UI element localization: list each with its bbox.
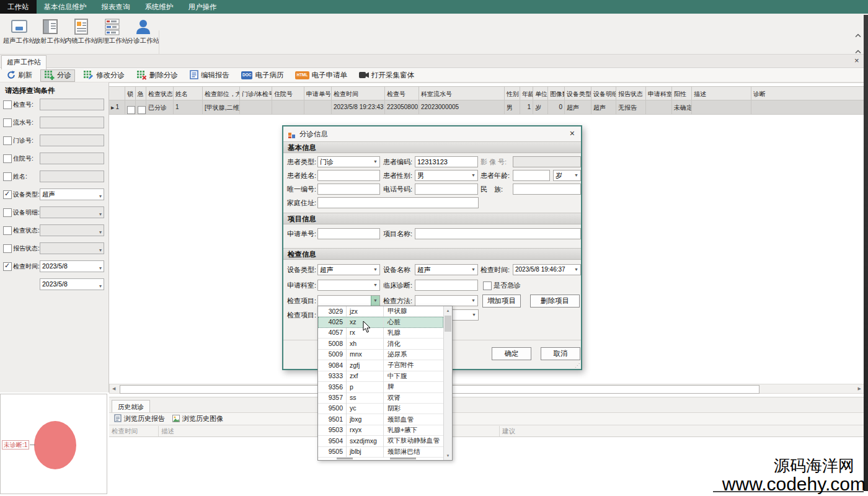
triage-button[interactable]: 分诊: [40, 69, 75, 82]
checkbox[interactable]: [3, 190, 12, 199]
column-header[interactable]: 急: [136, 86, 146, 100]
column-header[interactable]: [109, 86, 125, 100]
device-type-select[interactable]: 超声▼: [317, 264, 380, 275]
browse-history-report-button[interactable]: 浏览历史报告: [114, 414, 165, 423]
exam-item-option[interactable]: 9084zgfj子宫附件: [318, 360, 443, 371]
browse-history-image-button[interactable]: 浏览历史图像: [172, 414, 223, 423]
open-capture-button[interactable]: 打开采集窗体: [355, 70, 418, 81]
dropdown-scrollbar[interactable]: ▲ ▼: [443, 306, 452, 460]
horizontal-scrollbar[interactable]: ◀ ▶: [109, 384, 864, 394]
exam-item-option[interactable]: 4025xz心脏: [318, 317, 443, 327]
column-header[interactable]: 诊断: [751, 86, 864, 100]
scroll-down-icon[interactable]: ▼: [444, 454, 452, 458]
column-header[interactable]: 检查部位，方法: [203, 86, 240, 100]
checkbox[interactable]: [3, 118, 12, 127]
grid-row[interactable]: ▶1 已分诊 1 [甲状腺,二维] 2023/5/8 19:23:43 2230…: [109, 100, 864, 115]
age-unit-select[interactable]: 岁▼: [553, 170, 581, 181]
column-header[interactable]: 科室流水号: [419, 86, 505, 100]
exam-date-from-select[interactable]: 2023/5/8: [40, 260, 104, 272]
ethnic-input[interactable]: [513, 184, 581, 195]
tab-history-visits[interactable]: 历史就诊: [112, 400, 150, 413]
column-header[interactable]: 检查时间: [332, 86, 385, 100]
device-detail-select[interactable]: [40, 206, 104, 218]
exam-time-select[interactable]: 2023/5/8 19:46:37▼: [513, 264, 581, 275]
radiology-workstation-button[interactable]: 放射工作站: [33, 16, 67, 52]
serial-no-input[interactable]: [40, 117, 104, 128]
column-header[interactable]: 门诊/体检号: [240, 86, 272, 100]
checkbox[interactable]: [3, 136, 12, 145]
tab-ultrasound-workstation[interactable]: 超声工作站: [1, 55, 46, 69]
exam-item-option[interactable]: 9505jblbj颈部淋巴结: [318, 447, 443, 458]
phone-input[interactable]: [415, 184, 478, 195]
exam-item-option[interactable]: 9356p脾: [318, 382, 443, 392]
menu-system-maintenance[interactable]: 系统维护: [138, 0, 181, 14]
patient-name-input[interactable]: [317, 170, 380, 181]
exam-method-select[interactable]: ▼: [415, 295, 478, 306]
scrollbar-thumb[interactable]: [445, 316, 451, 332]
cancel-button[interactable]: 取消: [541, 347, 580, 360]
outpatient-no-input[interactable]: [40, 135, 104, 146]
delete-triage-button[interactable]: 删除分诊: [133, 69, 182, 82]
name-input[interactable]: [40, 170, 104, 182]
exam-item-option[interactable]: 9503rxyx乳腺+腋下: [318, 425, 443, 436]
checkbox[interactable]: [3, 226, 12, 235]
column-header[interactable]: 检查状态: [146, 86, 174, 100]
resize-grip[interactable]: ⋰: [575, 363, 580, 368]
ultrasound-workstation-button[interactable]: 超声工作站: [2, 16, 36, 52]
remove-item-button[interactable]: 删除项目: [530, 294, 580, 308]
close-icon[interactable]: ×: [854, 56, 859, 65]
close-icon[interactable]: ×: [570, 128, 575, 138]
column-header[interactable]: 性别: [505, 86, 520, 100]
unique-no-input[interactable]: [317, 184, 380, 195]
exam-date-to-select[interactable]: 2023/5/8: [40, 278, 104, 290]
exam-item-option[interactable]: 9501jbxg颈部血管: [318, 414, 443, 425]
modify-triage-button[interactable]: 修改分诊: [79, 69, 128, 82]
column-header[interactable]: 设备类型: [565, 86, 591, 100]
address-input[interactable]: [317, 197, 479, 208]
column-header[interactable]: 设备明细: [591, 86, 616, 100]
column-header[interactable]: 单位: [533, 86, 548, 100]
exam-item-option[interactable]: 9504sxzdjmxg双下肢动静脉血管: [318, 436, 443, 446]
menu-basic-info[interactable]: 基本信息维护: [37, 0, 94, 14]
add-item-button[interactable]: 增加项目: [482, 294, 521, 308]
exam-item-option[interactable]: 4057rx乳腺: [318, 328, 443, 339]
menu-user-operation[interactable]: 用户操作: [181, 0, 224, 14]
checkbox[interactable]: [3, 172, 12, 181]
exam-item-option[interactable]: 9357ss双肾: [318, 393, 443, 404]
checkbox[interactable]: [3, 244, 12, 253]
scroll-up-icon[interactable]: ▲: [444, 309, 452, 312]
dialog-titlebar[interactable]: 分诊信息 ×: [283, 126, 581, 142]
edit-report-button[interactable]: 编辑报告: [186, 69, 233, 81]
exam-status-select[interactable]: [40, 224, 104, 236]
column-header[interactable]: 锁: [125, 86, 136, 100]
exam-item-option[interactable]: 9333zxf中下腹: [318, 371, 443, 382]
device-name-select[interactable]: 超声▼: [415, 264, 478, 275]
device-type-select[interactable]: 超声: [40, 188, 104, 200]
column-header[interactable]: 阳性: [672, 86, 692, 100]
inpatient-no-input[interactable]: [40, 153, 104, 164]
column-header[interactable]: 检查时间: [109, 426, 159, 437]
urgent-checkbox[interactable]: [138, 106, 146, 114]
scroll-right-icon[interactable]: ▶: [858, 386, 861, 391]
checkbox[interactable]: [3, 100, 12, 109]
request-dept-select[interactable]: ▼: [317, 280, 380, 291]
checkbox[interactable]: [3, 154, 12, 163]
ok-button[interactable]: 确定: [492, 347, 531, 360]
exam-item-select[interactable]: ▼: [317, 295, 380, 306]
column-header[interactable]: 申请单号: [304, 86, 332, 100]
column-header[interactable]: 检查号: [385, 86, 419, 100]
e-request-button[interactable]: HTML 电子申请单: [291, 70, 351, 81]
age-input[interactable]: [513, 170, 550, 181]
column-header[interactable]: 住院号: [272, 86, 304, 100]
emergency-checkbox[interactable]: [483, 281, 492, 290]
clinical-diag-input[interactable]: [415, 280, 478, 291]
scroll-left-icon[interactable]: ◀: [112, 386, 115, 391]
refresh-button[interactable]: 刷新: [3, 70, 36, 81]
exam-no-input[interactable]: [40, 99, 104, 110]
patient-code-input[interactable]: 12313123: [415, 156, 478, 167]
emr-button[interactable]: DOC 电子病历: [237, 70, 287, 81]
menu-workstation[interactable]: 工作站: [0, 0, 37, 14]
request-no-input[interactable]: [317, 228, 380, 239]
collapse-chevron-icon[interactable]: [855, 29, 861, 40]
column-header[interactable]: 姓名: [174, 86, 203, 100]
